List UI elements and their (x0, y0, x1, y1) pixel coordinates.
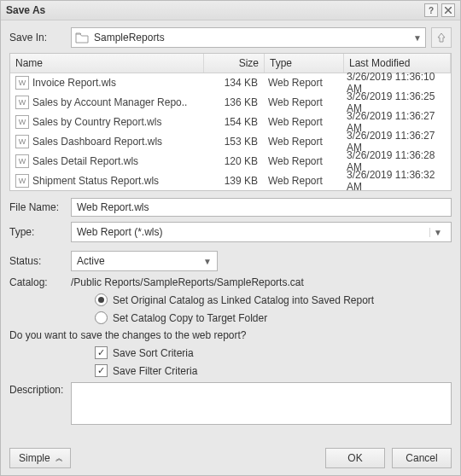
file-size: 136 KB (203, 96, 263, 108)
simple-label: Simple (19, 452, 50, 464)
type-select[interactable]: Web Report (*.wls) ▼ (71, 222, 452, 242)
folder-icon (75, 32, 89, 44)
up-arrow-icon (436, 32, 446, 44)
chevron-down-icon: ▼ (429, 228, 446, 237)
status-label: Status: (9, 255, 71, 267)
radio-icon (95, 311, 108, 324)
column-header-name[interactable]: Name (10, 54, 204, 73)
file-icon: W (15, 154, 29, 168)
file-name: Sales Dashboard Report.wls (32, 136, 162, 148)
file-table: Name Size Type Last Modified WInvoice Re… (9, 53, 452, 191)
save-in-value: SampleReports (94, 32, 165, 44)
file-size: 139 KB (203, 175, 263, 187)
file-name-input[interactable] (71, 198, 452, 217)
close-icon (445, 7, 452, 14)
file-icon: W (15, 174, 29, 188)
table-row[interactable]: WShipment Status Report.wls139 KBWeb Rep… (10, 171, 451, 191)
file-type: Web Report (263, 116, 341, 128)
simple-button[interactable]: Simple ︽ (9, 448, 71, 468)
file-type: Web Report (263, 175, 341, 187)
ok-button[interactable]: OK (325, 448, 385, 468)
column-header-date[interactable]: Last Modified (344, 54, 451, 73)
file-size: 120 KB (203, 155, 263, 167)
file-type: Web Report (263, 96, 341, 108)
type-label: Type: (9, 226, 71, 238)
save-in-select[interactable]: SampleReports ▼ (71, 27, 426, 48)
description-input[interactable] (71, 382, 452, 425)
status-value: Active (77, 255, 105, 267)
status-select[interactable]: Active ▼ (71, 251, 218, 271)
file-date: 3/26/2019 11:36:32 AM (341, 169, 451, 191)
checkbox-save-sort[interactable]: ✓ Save Sort Criteria (9, 346, 452, 359)
radio-copy-catalog[interactable]: Set Catalog Copy to Target Folder (9, 311, 452, 324)
radio-copy-label: Set Catalog Copy to Target Folder (113, 312, 267, 324)
column-header-type[interactable]: Type (265, 54, 344, 73)
file-name: Sales by Country Report.wls (32, 116, 161, 128)
file-name: Sales by Account Manager Repo.. (32, 96, 187, 108)
file-size: 153 KB (203, 136, 263, 148)
file-name-label: File Name: (9, 201, 71, 213)
type-value: Web Report (*.wls) (77, 226, 162, 238)
column-header-size[interactable]: Size (204, 54, 265, 73)
radio-icon (95, 293, 108, 306)
chevron-down-icon: ▼ (413, 33, 422, 43)
chevron-up-icon: ︽ (55, 453, 61, 464)
checkbox-icon: ✓ (95, 364, 108, 377)
save-in-label: Save In: (9, 32, 71, 44)
cancel-button[interactable]: Cancel (392, 448, 452, 468)
titlebar: Save As ? (1, 1, 460, 20)
help-button[interactable]: ? (424, 3, 438, 17)
close-button[interactable] (441, 3, 455, 17)
description-label: Description: (9, 382, 71, 396)
file-name: Shipment Status Report.wls (32, 175, 159, 187)
catalog-path: /Public Reports/SampleReports/SampleRepo… (71, 276, 304, 288)
file-name: Invoice Report.wls (32, 77, 116, 89)
save-changes-prompt: Do you want to save the changes to the w… (9, 329, 452, 341)
file-type: Web Report (263, 155, 341, 167)
radio-linked-label: Set Original Catalog as Linked Catalog i… (113, 294, 374, 306)
file-icon: W (15, 96, 29, 109)
file-name: Sales Detail Report.wls (32, 155, 138, 167)
save-sort-label: Save Sort Criteria (113, 347, 194, 359)
catalog-label: Catalog: (9, 276, 71, 288)
save-as-dialog: Save As ? Save In: SampleReports ▼ (0, 0, 461, 476)
checkbox-save-filter[interactable]: ✓ Save Filter Criteria (9, 364, 452, 377)
checkbox-icon: ✓ (95, 346, 108, 359)
file-size: 134 KB (203, 77, 263, 89)
dialog-title: Save As (6, 4, 45, 16)
file-icon: W (15, 115, 29, 129)
file-type: Web Report (263, 136, 341, 148)
file-icon: W (15, 76, 29, 90)
radio-linked-catalog[interactable]: Set Original Catalog as Linked Catalog i… (9, 293, 452, 306)
chevron-down-icon: ▼ (203, 257, 212, 266)
file-size: 154 KB (203, 116, 263, 128)
file-type: Web Report (263, 77, 341, 89)
save-filter-label: Save Filter Criteria (113, 365, 197, 377)
file-icon: W (15, 135, 29, 148)
up-folder-button[interactable] (431, 27, 452, 48)
